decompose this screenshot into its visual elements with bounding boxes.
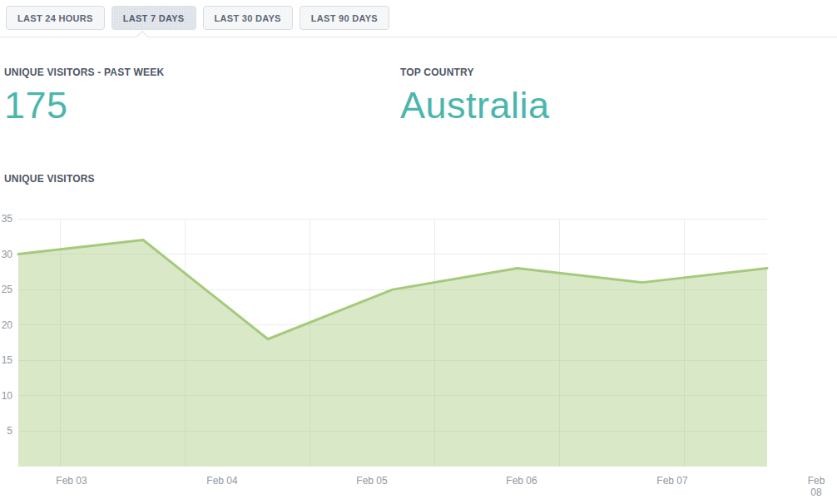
metric-label: TOP COUNTRY — [400, 67, 550, 78]
x-tick-label: 08 — [810, 487, 822, 498]
x-tick-label: Feb 03 — [56, 475, 87, 487]
tab-last-7-days[interactable]: LAST 7 DAYS — [111, 6, 196, 30]
selected-tab-pointer — [136, 31, 148, 42]
x-tick-label: Feb 07 — [656, 475, 688, 487]
metric-top-country: TOP COUNTRY Australia — [400, 67, 550, 124]
tab-last-30-days[interactable]: LAST 30 DAYS — [203, 6, 293, 30]
y-tick-label: 25 — [2, 284, 13, 295]
chart-plot-area[interactable] — [18, 240, 767, 467]
metric-unique-visitors-past-week: UNIQUE VISITORS - PAST WEEK 175 — [4, 67, 164, 124]
x-tick-label: Feb — [808, 475, 825, 487]
unique-visitors-area-chart: 5101520253035Feb 03Feb 04Feb 05Feb 06Feb… — [0, 212, 837, 504]
x-tick-label: Feb 06 — [506, 475, 537, 487]
y-tick-label: 20 — [2, 319, 13, 331]
y-tick-label: 15 — [2, 354, 13, 366]
y-tick-label: 10 — [2, 390, 13, 402]
metric-label: UNIQUE VISITORS - PAST WEEK — [4, 67, 164, 78]
y-tick-label: 5 — [7, 425, 12, 437]
y-tick-label: 30 — [2, 249, 13, 260]
time-range-tabs: LAST 24 HOURS LAST 7 DAYS LAST 30 DAYS L… — [6, 6, 389, 30]
y-axis-labels: 5101520253035 — [2, 213, 13, 437]
x-tick-label: Feb 05 — [356, 475, 388, 487]
tab-last-90-days[interactable]: LAST 90 DAYS — [300, 6, 389, 30]
metric-value: Australia — [400, 86, 550, 124]
chart-title: UNIQUE VISITORS — [4, 173, 95, 185]
x-tick-label: Feb 04 — [206, 475, 238, 487]
x-axis-labels: Feb 03Feb 04Feb 05Feb 06Feb 07Feb08 — [56, 475, 825, 498]
y-tick-label: 35 — [2, 213, 13, 225]
metric-value: 175 — [4, 86, 164, 124]
tab-last-24-hours[interactable]: LAST 24 HOURS — [6, 6, 105, 30]
tabs-divider — [0, 37, 837, 37]
